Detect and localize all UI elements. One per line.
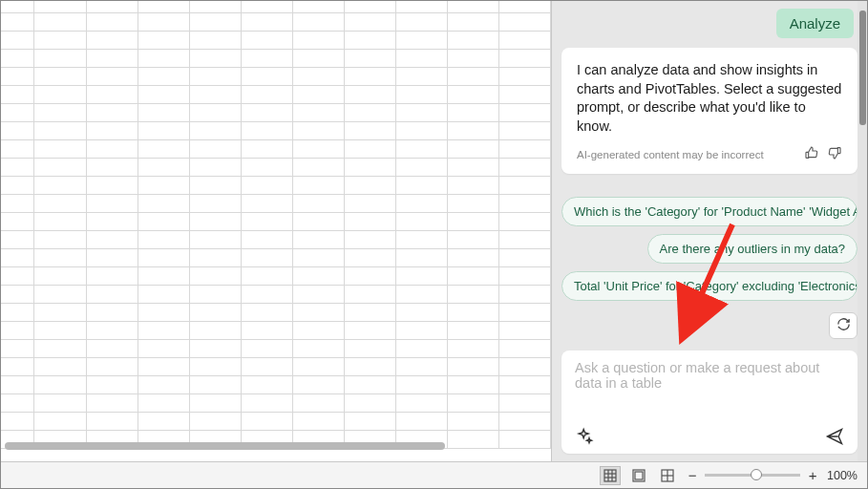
ai-disclaimer: AI-generated content may be incorrect (577, 149, 764, 160)
sparkle-icon[interactable] (575, 427, 594, 446)
prompt-input[interactable] (575, 360, 844, 402)
suggestion-chip[interactable]: Which is the 'Category' for 'Product Nam… (561, 197, 857, 226)
view-normal-button[interactable] (600, 466, 621, 485)
refresh-suggestions-button[interactable] (829, 312, 857, 339)
status-bar: − + 100% (1, 461, 867, 488)
view-page-break-button[interactable] (657, 466, 678, 485)
refresh-icon (836, 317, 851, 335)
thumbs-up-icon[interactable] (804, 145, 819, 164)
suggestion-list: Which is the 'Category' for 'Product Nam… (561, 197, 857, 301)
send-icon[interactable] (825, 427, 844, 446)
svg-rect-1 (604, 470, 616, 481)
spreadsheet-grid[interactable] (1, 1, 551, 461)
zoom-control: − + (686, 467, 819, 483)
zoom-in-button[interactable]: + (806, 467, 819, 483)
horizontal-scrollbar[interactable] (5, 442, 494, 450)
svg-rect-7 (635, 472, 643, 479)
prompt-input-card (561, 351, 857, 454)
thumbs-down-icon[interactable] (827, 145, 842, 164)
intro-card: I can analyze data and show insights in … (561, 48, 857, 174)
zoom-out-button[interactable]: − (686, 467, 699, 483)
suggestion-chip[interactable]: Total 'Unit Price' for 'Category' exclud… (561, 271, 857, 301)
analyze-badge: Analyze (776, 9, 854, 38)
suggestion-chip[interactable]: Are there any outliers in my data? (647, 234, 857, 264)
zoom-slider[interactable] (705, 474, 800, 477)
zoom-level[interactable]: 100% (827, 469, 857, 482)
vertical-scrollbar[interactable] (857, 1, 867, 461)
intro-text: I can analyze data and show insights in … (577, 61, 842, 136)
copilot-sidebar: Analyze I can analyze data and show insi… (551, 1, 867, 461)
view-page-layout-button[interactable] (628, 466, 649, 485)
